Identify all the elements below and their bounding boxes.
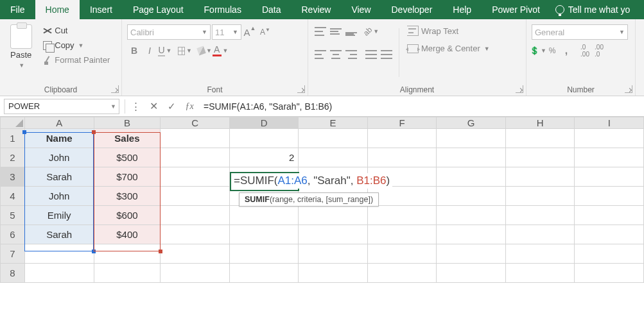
cell-F1[interactable] [367,129,437,148]
row-header-1[interactable]: 1 [1,129,25,148]
cell-I1[interactable] [575,129,644,148]
menu-view[interactable]: View [341,0,381,19]
col-header-B[interactable]: B [94,117,161,129]
menu-developer[interactable]: Developer [381,0,443,19]
cell-C1[interactable] [161,129,230,148]
menu-formulas[interactable]: Formulas [194,0,252,19]
cell-F5[interactable] [367,206,437,225]
decrease-indent-button[interactable] [364,47,378,62]
row-header-5[interactable]: 5 [1,206,25,225]
wrap-text-button[interactable]: Wrap Text [405,24,492,37]
cell-B4[interactable]: $300 [94,187,161,206]
cell-A7[interactable] [24,244,94,264]
col-header-H[interactable]: H [505,117,575,129]
cell-G2[interactable] [437,148,506,167]
cell-D5[interactable] [229,206,299,225]
dialog-launcher-icon[interactable] [516,85,523,93]
font-size-combo[interactable]: 11 ▼ [212,24,241,40]
cell-B6[interactable]: $400 [94,225,161,244]
cell-G8[interactable] [437,264,506,283]
row-header-8[interactable]: 8 [1,264,25,283]
orientation-button[interactable]: ab▼ [364,24,378,38]
align-left-button[interactable] [313,47,327,62]
cell-F7[interactable] [367,244,437,264]
cell-E7[interactable] [299,244,368,264]
increase-decimal-button[interactable]: .0.00 [579,45,591,56]
cell-B3[interactable]: $700 [94,167,161,187]
cell-I8[interactable] [575,264,644,283]
merge-center-button[interactable]: Merge & Center ▼ [405,42,492,55]
grow-font-button[interactable]: A▲ [243,25,257,39]
cell-H7[interactable] [505,244,575,264]
cell-E8[interactable] [299,264,368,283]
cell-H2[interactable] [505,148,575,167]
dialog-launcher-icon[interactable] [111,85,119,93]
cell-A2[interactable]: John [24,148,94,167]
row-header-3[interactable]: 3 [1,167,25,187]
cut-button[interactable]: Cut [40,24,112,37]
range-handle-red[interactable] [92,130,96,134]
menu-page-layout[interactable]: Page Layout [123,0,194,19]
cancel-formula-button[interactable]: ✕ [144,99,162,114]
cell-G4[interactable] [437,187,506,206]
formula-input[interactable]: =SUMIF(A1:A6, "Sarah", B1:B6) [198,101,644,112]
menu-help[interactable]: Help [442,0,482,19]
copy-button[interactable]: Copy ▼ [40,39,112,51]
cell-F8[interactable] [367,264,437,283]
cell-H1[interactable] [505,129,575,148]
cell-A6[interactable]: Sarah [24,225,94,244]
cell-A4[interactable]: John [24,187,94,206]
borders-button[interactable]: ▼ [178,44,192,58]
percent-format-button[interactable]: % [546,45,559,56]
tell-me-search[interactable]: Tell me what yo [555,0,630,19]
cell-D6[interactable] [229,225,299,244]
comma-format-button[interactable]: , [560,45,573,56]
cell-G7[interactable] [437,244,506,264]
col-header-F[interactable]: F [367,117,437,129]
cell-I6[interactable] [575,225,644,244]
cell-I7[interactable] [575,244,644,264]
cell-D7[interactable] [229,244,299,264]
col-header-I[interactable]: I [575,117,644,129]
range-handle-red[interactable] [159,250,162,253]
font-name-combo[interactable]: Calibri ▼ [127,24,211,40]
row-header-2[interactable]: 2 [1,148,25,167]
cell-B1[interactable]: Sales [94,129,161,148]
fill-color-button[interactable]: ▼ [198,44,212,58]
cell-D8[interactable] [229,264,299,283]
insert-function-button[interactable]: ƒx [180,99,198,114]
increase-indent-button[interactable] [379,47,394,62]
name-box[interactable]: POWER ▼ [4,99,119,114]
paste-button[interactable]: Paste ▼ [8,49,34,70]
align-center-button[interactable] [329,47,343,62]
italic-button[interactable]: I [143,44,157,58]
shrink-font-button[interactable]: A▼ [258,25,272,39]
cell-H6[interactable] [505,225,575,244]
underline-button[interactable]: U▼ [158,44,172,58]
menu-file[interactable]: File [0,0,35,19]
align-middle-button[interactable] [329,24,343,38]
align-bottom-button[interactable] [344,24,358,38]
format-painter-button[interactable]: Format Painter [40,54,112,66]
cell-A1[interactable]: Name [24,129,94,148]
select-all-button[interactable] [1,117,25,129]
col-header-G[interactable]: G [437,117,506,129]
cell-D1[interactable] [229,129,299,148]
cell-C2[interactable] [161,148,230,167]
cell-G6[interactable] [437,225,506,244]
cell-D2[interactable]: 2 [229,148,299,167]
cell-E5[interactable] [299,206,368,225]
row-header-7[interactable]: 7 [1,244,25,264]
range-handle-blue[interactable] [22,130,26,134]
row-header-6[interactable]: 6 [1,225,25,244]
menu-home[interactable]: Home [35,0,80,19]
menu-power-pivot[interactable]: Power Pivot [482,0,550,19]
cell-I5[interactable] [575,206,644,225]
cell-G5[interactable] [437,206,506,225]
menu-review[interactable]: Review [292,0,342,19]
col-header-A[interactable]: A [24,117,94,129]
decrease-decimal-button[interactable]: .00.0 [593,45,605,56]
cell-C3[interactable] [161,167,230,187]
cell-A8[interactable] [24,264,94,283]
cell-B8[interactable] [94,264,161,283]
